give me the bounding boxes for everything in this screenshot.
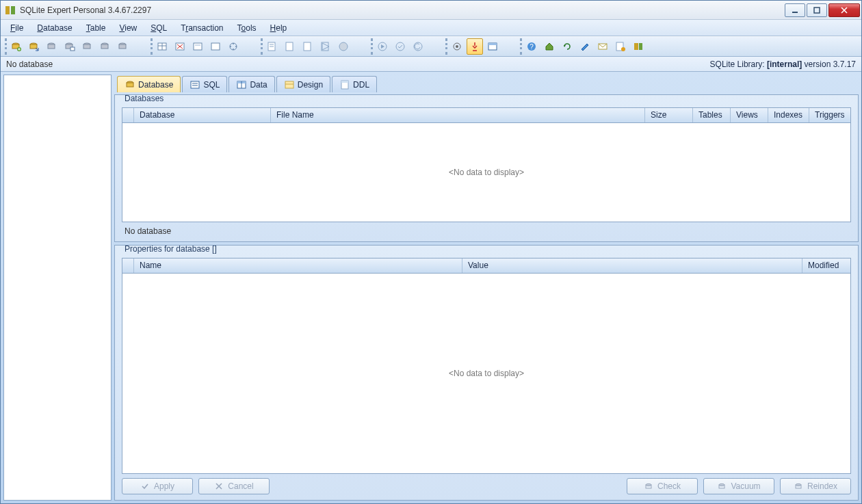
reindex-button[interactable]: Reindex	[780, 478, 851, 494]
col-modified[interactable]: Modified	[802, 258, 850, 273]
rollback-icon[interactable]	[410, 38, 426, 55]
svg-rect-23	[119, 44, 126, 49]
col-filename[interactable]: File Name	[271, 108, 645, 122]
row-indicator-col	[122, 258, 134, 273]
refresh-icon[interactable]	[559, 38, 575, 55]
execute-sql-icon[interactable]	[317, 38, 334, 55]
menu-view[interactable]: View	[112, 21, 144, 35]
svg-point-36	[233, 49, 234, 50]
menu-database[interactable]: Database	[30, 21, 79, 35]
db-vacuum-icon	[717, 481, 727, 491]
open-database-icon[interactable]	[26, 38, 42, 55]
import-icon[interactable]	[484, 38, 501, 55]
update-icon[interactable]	[612, 38, 629, 55]
apply-button[interactable]: Apply	[122, 478, 193, 494]
database-list-icon[interactable]	[62, 38, 78, 55]
menu-transaction[interactable]: Transaction	[174, 21, 230, 35]
tool-group-transaction	[371, 38, 428, 55]
svg-point-48	[396, 42, 404, 51]
vacuum-button[interactable]: Vacuum	[703, 478, 774, 494]
menu-tools[interactable]: Tools	[231, 21, 263, 35]
databases-group: Databases Database File Name Size Tables…	[114, 94, 859, 242]
x-icon	[214, 481, 224, 491]
databases-grid[interactable]: Database File Name Size Tables Views Ind…	[122, 107, 851, 222]
svg-rect-1	[11, 6, 15, 14]
table-triggers-icon[interactable]	[225, 38, 241, 55]
close-button[interactable]	[828, 3, 860, 17]
help-icon[interactable]: ?	[523, 38, 540, 55]
svg-rect-63	[127, 83, 133, 87]
database-tree-panel[interactable]	[3, 75, 112, 501]
col-size[interactable]: Size	[645, 108, 693, 122]
maximize-button[interactable]	[807, 3, 827, 17]
detach-database-icon[interactable]	[97, 38, 114, 55]
svg-rect-0	[5, 6, 10, 14]
col-views[interactable]: Views	[731, 108, 768, 122]
mail-icon[interactable]	[595, 38, 611, 55]
tab-database[interactable]: Database	[117, 76, 181, 92]
right-panel: Database SQL Data Design DDL	[114, 75, 859, 501]
svg-rect-42	[304, 42, 311, 51]
begin-transaction-icon[interactable]	[374, 38, 391, 55]
svg-rect-2	[792, 12, 798, 13]
menu-table[interactable]: Table	[79, 21, 113, 35]
options-icon[interactable]	[449, 38, 465, 55]
new-sql-icon[interactable]	[264, 38, 280, 55]
databases-empty-text: <No data to display>	[449, 168, 524, 177]
close-database-icon[interactable]	[44, 38, 60, 55]
properties-grid[interactable]: Name Value Modified <No data to display>	[122, 258, 851, 474]
col-indexes[interactable]: Indexes	[768, 108, 809, 122]
col-database[interactable]: Database	[134, 108, 271, 122]
edit-icon[interactable]	[577, 38, 593, 55]
svg-point-51	[456, 45, 458, 48]
minimize-button[interactable]	[785, 3, 805, 17]
status-bar-top: No database SQLite Library: [internal] v…	[1, 57, 861, 72]
svg-rect-17	[70, 47, 75, 51]
col-tables[interactable]: Tables	[693, 108, 731, 122]
library-version: SQLite Library: [internal] version 3.7.1…	[710, 59, 856, 69]
svg-rect-79	[719, 485, 724, 488]
svg-text:?: ?	[530, 43, 534, 51]
check-button[interactable]: Check	[627, 478, 698, 494]
new-database-icon[interactable]	[8, 38, 25, 55]
svg-rect-64	[191, 81, 199, 88]
empty-table-icon[interactable]	[207, 38, 224, 55]
tab-data[interactable]: Data	[228, 76, 274, 92]
col-triggers[interactable]: Triggers	[809, 108, 850, 122]
svg-rect-77	[646, 485, 651, 488]
app-icon	[5, 5, 16, 16]
body-area: Database SQL Data Design DDL	[1, 72, 861, 503]
menu-file[interactable]: File	[3, 21, 30, 35]
svg-point-37	[230, 46, 231, 47]
cancel-button[interactable]: Cancel	[198, 478, 270, 494]
home-icon[interactable]	[541, 38, 558, 55]
window-title: SQLite Expert Personal 3.4.67.2297	[20, 5, 151, 15]
about-icon[interactable]	[630, 38, 646, 55]
stop-sql-icon[interactable]	[335, 38, 352, 55]
compare-icon[interactable]	[467, 38, 483, 55]
save-sql-icon[interactable]	[300, 38, 316, 55]
svg-rect-21	[101, 44, 108, 49]
open-sql-icon[interactable]	[282, 38, 298, 55]
svg-rect-3	[814, 8, 820, 13]
svg-rect-81	[796, 485, 801, 488]
col-name[interactable]: Name	[134, 258, 462, 273]
menu-help[interactable]: Help	[263, 21, 294, 35]
commit-icon[interactable]	[392, 38, 408, 55]
col-value[interactable]: Value	[462, 258, 802, 273]
menu-sql[interactable]: SQL	[144, 21, 174, 35]
attach-database-icon[interactable]	[79, 38, 96, 55]
new-table-icon[interactable]	[154, 38, 170, 55]
tab-ddl[interactable]: DDL	[332, 76, 377, 92]
rename-table-icon[interactable]	[190, 38, 206, 55]
status-left-text: No database	[6, 59, 53, 69]
refresh-database-icon[interactable]	[115, 38, 131, 55]
design-icon	[284, 79, 295, 90]
tab-sql[interactable]: SQL	[182, 76, 227, 92]
properties-grid-header: Name Value Modified	[122, 258, 850, 274]
db-check-icon	[644, 481, 653, 491]
tool-group-database	[5, 38, 133, 55]
database-icon	[125, 79, 135, 90]
drop-table-icon[interactable]	[172, 38, 188, 55]
tab-design[interactable]: Design	[276, 76, 330, 92]
